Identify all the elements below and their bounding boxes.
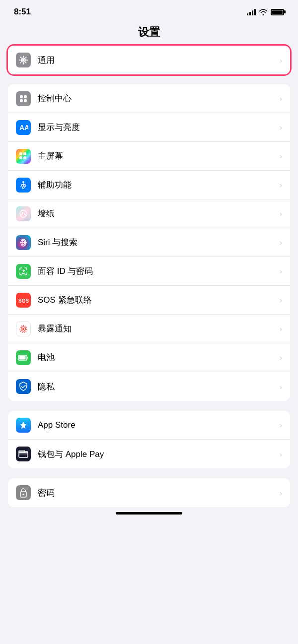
svg-text:SOS: SOS xyxy=(18,298,29,304)
home-indicator xyxy=(116,512,182,515)
siri-label: Siri 与搜索 xyxy=(38,237,277,248)
wallet-label: 钱包与 Apple Pay xyxy=(38,449,277,460)
siri-chevron: › xyxy=(280,238,282,247)
privacy-chevron: › xyxy=(280,383,282,391)
svg-rect-5 xyxy=(24,99,27,102)
settings-row-wallpaper[interactable]: 墙纸 › xyxy=(8,199,290,228)
accessibility-label: 辅助功能 xyxy=(38,179,277,191)
sos-icon: SOS xyxy=(16,293,31,308)
settings-group-store: App Store › 钱包与 Apple Pay › xyxy=(8,411,290,468)
exposure-chevron: › xyxy=(280,324,282,333)
privacy-label: 隐私 xyxy=(38,381,277,392)
accessibility-icon xyxy=(16,178,31,193)
settings-row-general[interactable]: 通用 › xyxy=(8,46,290,74)
sos-chevron: › xyxy=(280,296,282,304)
wallpaper-icon xyxy=(16,206,31,221)
home-screen-icon xyxy=(16,149,31,164)
settings-row-display[interactable]: AA 显示与亮度 › xyxy=(8,113,290,142)
faceid-icon xyxy=(16,264,31,279)
status-icons xyxy=(247,8,284,15)
settings-row-home-screen[interactable]: 主屏幕 › xyxy=(8,142,290,171)
settings-row-app-store[interactable]: App Store › xyxy=(8,411,290,440)
svg-point-0 xyxy=(22,59,25,62)
password-chevron: › xyxy=(280,489,282,497)
wallpaper-label: 墙纸 xyxy=(38,208,277,219)
battery-chevron: › xyxy=(280,353,282,362)
home-screen-label: 主屏幕 xyxy=(38,150,277,162)
svg-rect-22 xyxy=(19,356,26,359)
svg-rect-8 xyxy=(23,152,26,155)
svg-point-12 xyxy=(22,212,23,213)
svg-text:AA: AA xyxy=(19,124,28,131)
control-center-icon xyxy=(16,91,31,106)
settings-row-exposure[interactable]: 暴露通知 › xyxy=(8,315,290,343)
settings-group-password: 密码 › xyxy=(8,478,290,507)
settings-row-battery[interactable]: 电池 › xyxy=(8,343,290,372)
wallet-icon xyxy=(16,447,31,461)
svg-point-18 xyxy=(22,328,24,330)
password-label: 密码 xyxy=(38,487,277,499)
svg-rect-10 xyxy=(23,156,26,159)
exposure-label: 暴露通知 xyxy=(38,323,277,334)
settings-row-siri[interactable]: Siri 与搜索 › xyxy=(8,228,290,257)
app-store-chevron: › xyxy=(280,421,282,429)
status-time: 8:51 xyxy=(14,7,31,17)
accessibility-chevron: › xyxy=(280,181,282,189)
settings-row-password[interactable]: 密码 › xyxy=(8,478,290,507)
general-chevron: › xyxy=(280,56,282,64)
settings-row-faceid[interactable]: 面容 ID 与密码 › xyxy=(8,257,290,286)
sos-label: SOS 紧急联络 xyxy=(38,294,277,306)
svg-point-27 xyxy=(23,494,24,495)
settings-group-general: 通用 › xyxy=(8,46,290,74)
control-center-label: 控制中心 xyxy=(38,93,277,104)
privacy-icon xyxy=(16,379,31,394)
general-icon xyxy=(16,53,31,67)
general-label: 通用 xyxy=(38,55,277,66)
svg-point-11 xyxy=(22,181,24,183)
display-label: 显示与亮度 xyxy=(38,122,277,133)
wallpaper-chevron: › xyxy=(280,209,282,218)
display-chevron: › xyxy=(280,123,282,131)
siri-icon xyxy=(16,235,31,250)
svg-rect-2 xyxy=(20,95,23,98)
signal-icon xyxy=(247,8,256,15)
battery-icon xyxy=(271,9,284,15)
svg-rect-9 xyxy=(19,156,22,159)
wallet-chevron: › xyxy=(280,450,282,458)
battery-settings-icon xyxy=(16,350,31,365)
faceid-label: 面容 ID 与密码 xyxy=(38,265,277,277)
app-store-icon xyxy=(16,418,31,433)
settings-row-accessibility[interactable]: 辅助功能 › xyxy=(8,171,290,199)
settings-row-privacy[interactable]: 隐私 › xyxy=(8,372,290,401)
exposure-icon xyxy=(16,322,31,336)
settings-row-sos[interactable]: SOS SOS 紧急联络 › xyxy=(8,286,290,315)
status-bar: 8:51 xyxy=(0,0,298,21)
control-center-chevron: › xyxy=(280,94,282,103)
settings-group-display: 控制中心 › AA 显示与亮度 › 主屏幕 › xyxy=(8,84,290,401)
svg-rect-4 xyxy=(20,99,23,102)
svg-rect-7 xyxy=(19,152,22,155)
settings-row-wallet[interactable]: 钱包与 Apple Pay › xyxy=(8,440,290,468)
home-screen-chevron: › xyxy=(280,152,282,160)
display-icon: AA xyxy=(16,120,31,135)
faceid-chevron: › xyxy=(280,267,282,275)
page-title: 设置 xyxy=(0,21,298,46)
settings-row-control-center[interactable]: 控制中心 › xyxy=(8,84,290,113)
wifi-icon xyxy=(259,9,268,15)
svg-rect-3 xyxy=(24,95,27,98)
app-store-label: App Store xyxy=(38,420,277,430)
password-icon xyxy=(16,485,31,500)
battery-label: 电池 xyxy=(38,352,277,363)
